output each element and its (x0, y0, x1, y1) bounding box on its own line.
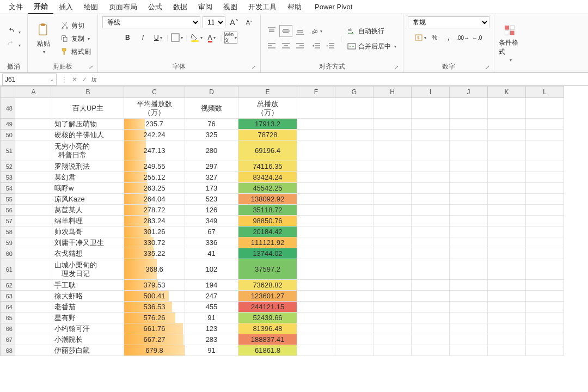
table-cell[interactable] (526, 130, 564, 140)
table-cell[interactable]: 伊丽莎白鼠 (52, 345, 124, 356)
table-cell[interactable] (297, 248, 335, 259)
comma-icon[interactable]: , (442, 32, 455, 44)
table-cell[interactable] (15, 183, 52, 194)
menu-item[interactable]: 帮助 (282, 1, 307, 14)
table-cell[interactable] (412, 323, 450, 334)
table-cell[interactable] (15, 345, 52, 356)
table-cell[interactable] (526, 259, 564, 280)
table-cell[interactable]: 衣戈猜想 (52, 248, 124, 259)
table-cell[interactable] (488, 161, 526, 172)
menu-item[interactable]: 审阅 (193, 1, 218, 14)
decrease-font-icon[interactable]: A˅ (243, 16, 256, 28)
table-cell[interactable] (450, 119, 488, 130)
table-cell[interactable] (373, 313, 412, 323)
table-cell[interactable] (412, 226, 450, 237)
name-box[interactable]: J61 (2, 74, 57, 85)
table-cell[interactable] (488, 302, 526, 313)
table-cell[interactable] (373, 302, 412, 313)
table-cell[interactable] (526, 98, 564, 119)
table-cell[interactable] (15, 259, 52, 280)
table-cell[interactable] (297, 259, 335, 280)
table-cell[interactable] (373, 237, 412, 248)
table-cell[interactable] (488, 259, 526, 280)
table-cell[interactable]: 679.8 (124, 345, 185, 356)
table-cell[interactable] (488, 280, 526, 291)
table-cell[interactable] (335, 313, 373, 323)
table-cell[interactable] (15, 280, 52, 291)
table-cell[interactable]: 刘庸干净又卫生 (52, 237, 124, 248)
table-cell[interactable]: 126 (185, 205, 238, 216)
menu-item[interactable]: 数据 (168, 1, 193, 14)
table-cell[interactable]: 百大UP主 (52, 98, 124, 119)
table-cell[interactable] (373, 345, 412, 356)
table-cell[interactable] (15, 291, 52, 302)
table-cell[interactable]: 91 (185, 345, 238, 356)
table-cell[interactable] (488, 291, 526, 302)
table-cell[interactable] (373, 280, 412, 291)
table-cell[interactable] (335, 248, 373, 259)
clipboard-launcher-icon[interactable]: ⤢ (89, 64, 93, 70)
table-cell[interactable] (488, 194, 526, 205)
row-header[interactable]: 68 (0, 345, 15, 356)
table-cell[interactable]: 661.76 (124, 323, 185, 334)
table-cell[interactable]: 74116.35 (238, 161, 297, 172)
table-cell[interactable]: 某幻君 (52, 172, 124, 183)
table-cell[interactable] (15, 237, 52, 248)
row-header[interactable]: 58 (0, 226, 15, 237)
align-center-icon[interactable] (279, 40, 292, 52)
number-format-combo[interactable]: 常规 (408, 16, 489, 28)
table-cell[interactable]: 山城小栗旬的 理发日记 (52, 259, 124, 280)
table-cell[interactable] (526, 216, 564, 226)
table-cell[interactable] (412, 334, 450, 345)
table-cell[interactable] (297, 323, 335, 334)
table-cell[interactable]: 336 (185, 237, 238, 248)
menu-item[interactable]: 开始 (28, 0, 53, 14)
table-cell[interactable] (297, 205, 335, 216)
table-cell[interactable]: 242.24 (124, 130, 185, 140)
table-cell[interactable]: 罗翔说刑法 (52, 161, 124, 172)
menu-item[interactable]: 绘图 (78, 1, 103, 14)
table-cell[interactable] (526, 194, 564, 205)
table-cell[interactable] (450, 323, 488, 334)
table-cell[interactable] (335, 259, 373, 280)
table-cell[interactable]: 星有野 (52, 313, 124, 323)
table-cell[interactable] (412, 302, 450, 313)
table-cell[interactable] (335, 183, 373, 194)
table-cell[interactable]: 徐大虾咯 (52, 291, 124, 302)
table-cell[interactable]: 297 (185, 161, 238, 172)
table-cell[interactable]: 536.53 (124, 302, 185, 313)
table-cell[interactable]: 576.26 (124, 313, 185, 323)
increase-indent-icon[interactable] (324, 40, 337, 52)
table-cell[interactable] (488, 205, 526, 216)
table-cell[interactable] (412, 205, 450, 216)
table-cell[interactable] (373, 226, 412, 237)
align-top-icon[interactable] (265, 25, 278, 37)
table-cell[interactable] (373, 194, 412, 205)
increase-font-icon[interactable]: A˄ (228, 16, 241, 28)
row-header[interactable]: 52 (0, 161, 15, 172)
table-cell[interactable]: 20184.42 (238, 226, 297, 237)
orientation-icon[interactable]: ab (310, 25, 323, 37)
table-cell[interactable] (450, 130, 488, 140)
table-cell[interactable]: 83424.24 (238, 172, 297, 183)
table-cell[interactable]: 69196.4 (238, 140, 297, 161)
table-cell[interactable] (297, 334, 335, 345)
table-cell[interactable] (488, 237, 526, 248)
row-header[interactable]: 61 (0, 259, 15, 280)
table-cell[interactable] (526, 172, 564, 183)
font-size-combo[interactable]: 11 (203, 16, 225, 28)
row-header[interactable]: 65 (0, 313, 15, 323)
row-header[interactable]: 63 (0, 291, 15, 302)
table-cell[interactable] (15, 98, 52, 119)
table-cell[interactable]: 41 (185, 248, 238, 259)
table-cell[interactable] (488, 248, 526, 259)
table-cell[interactable] (373, 334, 412, 345)
table-cell[interactable] (297, 226, 335, 237)
table-cell[interactable]: 绵羊料理 (52, 216, 124, 226)
table-cell[interactable]: 283 (185, 334, 238, 345)
table-cell[interactable] (297, 280, 335, 291)
table-cell[interactable] (526, 280, 564, 291)
menu-item[interactable]: 插入 (53, 1, 78, 14)
table-cell[interactable] (373, 98, 412, 119)
column-header[interactable]: B (52, 86, 124, 98)
